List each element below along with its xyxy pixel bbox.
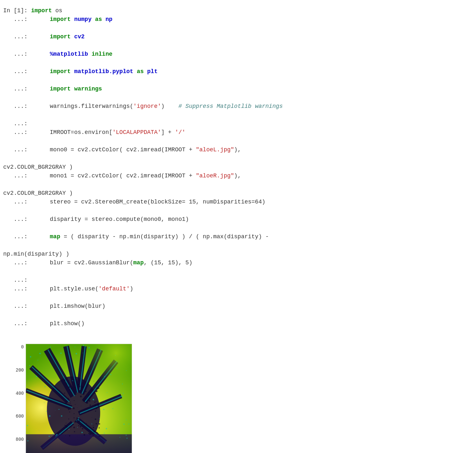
plot-container: 0 200 400 600 800 1000 0 200 400 600 800…: [13, 341, 135, 453]
code-text: [88, 50, 92, 59]
prompt-cont-18: ...:: [3, 302, 29, 311]
kw-import-5: import: [50, 67, 71, 76]
str-aloeR: "aloeR.jpg": [196, 172, 234, 180]
code-line-8: ...:: [3, 119, 473, 128]
numpy-name: numpy: [74, 15, 91, 24]
matplotlib-name: matplotlib.pyplot: [74, 67, 133, 76]
prompt-cont-8: ...:: [3, 119, 29, 128]
code-text: IMROOT=os.environ[: [50, 128, 112, 137]
ytick-0: 0: [21, 344, 24, 351]
code-line-16: ...:: [3, 276, 473, 285]
prompt-cont-16: ...:: [3, 276, 29, 285]
code-text: mono1 = cv2.cvtColor( cv2.imread(IMROOT …: [50, 172, 196, 180]
prompt-in: In [1]:: [3, 6, 31, 15]
ytick-400: 400: [16, 390, 24, 397]
code-text: warnings.filterwarnings(: [50, 102, 133, 111]
code-text: mono0 = cv2.cvtColor( cv2.imread(IMROOT …: [50, 146, 196, 154]
map-keyword: map: [50, 232, 60, 241]
prompt-cont-12: ...:: [3, 198, 29, 206]
str-default: 'default': [98, 285, 130, 293]
magic-matplotlib: %matplotlib: [50, 50, 88, 59]
kw-as-2: as: [95, 15, 102, 24]
code-text: ),: [234, 172, 241, 180]
code-line-14-cont: np.min(disparity) ): [3, 250, 473, 259]
prompt-cont-6: ...:: [3, 85, 29, 93]
ytick-200: 200: [16, 367, 24, 374]
prompt-cont-4: ...:: [3, 50, 29, 59]
prompt-cont-3: ...:: [3, 33, 29, 41]
prompt-cont-15: ...:: [3, 259, 29, 267]
code-line-6: ...: import warnings: [3, 85, 473, 102]
code-text: [133, 67, 137, 76]
code-text: plt.imshow(blur): [50, 302, 106, 311]
code-text: blur = cv2.GaussianBlur(: [50, 259, 133, 267]
code-text: ): [130, 285, 133, 293]
kw-as-5: as: [137, 67, 144, 76]
code-line-11-cont: cv2.COLOR_BGR2GRAY ): [3, 189, 473, 198]
code-line-19: ...: plt.show(): [3, 319, 473, 337]
prompt-cont-9: ...:: [3, 128, 29, 137]
code-text: [144, 67, 147, 76]
code-line-15: ...: blur = cv2.GaussianBlur( map , (15,…: [3, 259, 473, 276]
prompt-cont-14: ...:: [3, 232, 29, 241]
prompt-cont-10: ...:: [3, 146, 29, 154]
np-alias: np: [106, 15, 113, 24]
code-text: [91, 15, 95, 24]
code-line-7: ...: warnings.filterwarnings( 'ignore' )…: [3, 102, 473, 119]
str-ignore: 'ignore': [133, 102, 161, 111]
output-area: 0 200 400 600 800 1000 0 200 400 600 800…: [3, 341, 473, 453]
code-line-12: ...: stereo = cv2.StereoBM_create(blockS…: [3, 198, 473, 215]
prompt-cont-13: ...:: [3, 215, 29, 224]
str-aloeL: "aloeL.jpg": [196, 146, 234, 154]
code-text: ): [161, 102, 178, 111]
code-text: [71, 15, 74, 24]
notebook-cell: In [1]: import os ...: import numpy as n…: [3, 6, 473, 453]
y-axis-ticks: 0 200 400 600 800 1000: [13, 344, 25, 453]
code-text: os: [52, 6, 62, 15]
code-line-11: ...: mono1 = cv2.cvtColor( cv2.imread(IM…: [3, 172, 473, 189]
kw-import-3: import: [50, 33, 71, 41]
ytick-800: 800: [16, 436, 24, 443]
kw-inline: inline: [91, 50, 112, 59]
prompt-cont-19: ...:: [3, 319, 29, 328]
code-line-10-cont: cv2.COLOR_BGR2GRAY ): [3, 163, 473, 172]
code-text: , (15, 15), 5): [144, 259, 192, 267]
code-line-18: ...: plt.imshow(blur): [3, 302, 473, 319]
code-text: ] +: [161, 128, 175, 137]
kw-import-1: import: [31, 6, 52, 15]
prompt-cont-7: ...:: [3, 102, 29, 111]
kw-import-2: import: [50, 15, 71, 24]
code-line-9: ...: IMROOT=os.environ[ 'LOCALAPPDATA' ]…: [3, 128, 473, 146]
code-line-5: ...: import matplotlib.pyplot as plt: [3, 67, 473, 85]
code-line-13: ...: disparity = stereo.compute(mono0, m…: [3, 215, 473, 232]
code-line-3: ...: import cv2: [3, 33, 473, 50]
comment-suppress: # Suppress Matplotlib warnings: [179, 102, 283, 111]
prompt-cont-11: ...:: [3, 172, 29, 180]
map-keyword-2: map: [133, 259, 144, 267]
code-text: [71, 33, 74, 41]
ytick-600: 600: [16, 413, 24, 420]
prompt-cont-17: ...:: [3, 285, 29, 293]
code-line-1: In [1]: import os: [3, 6, 473, 15]
kw-import-6: import: [50, 85, 71, 93]
str-slash: '/': [175, 128, 185, 137]
code-text: np.min(disparity) ): [3, 250, 69, 259]
code-text: ),: [234, 146, 241, 154]
prompt-cont-2: ...:: [3, 15, 29, 24]
code-text: = ( disparity - np.min(disparity) ) / ( …: [60, 232, 269, 241]
code-line-10: ...: mono0 = cv2.cvtColor( cv2.imread(IM…: [3, 146, 473, 163]
str-localappdata: 'LOCALAPPDATA': [112, 128, 161, 137]
code-text: [102, 15, 106, 24]
code-line-14: ...: map = ( disparity - np.min(disparit…: [3, 232, 473, 250]
plt-alias: plt: [147, 67, 157, 76]
code-text: [71, 85, 74, 93]
prompt-cont-5: ...:: [3, 67, 29, 76]
cv2-name: cv2: [74, 33, 84, 41]
code-line-2: ...: import numpy as np: [3, 15, 473, 33]
code-line-17: ...: plt.style.use( 'default' ): [3, 285, 473, 302]
warnings-name: warnings: [74, 85, 102, 93]
plot-canvas: [26, 344, 132, 453]
code-text: plt.style.use(: [50, 285, 98, 293]
code-text: cv2.COLOR_BGR2GRAY ): [3, 163, 73, 172]
code-line-4: ...: %matplotlib inline: [3, 50, 473, 67]
